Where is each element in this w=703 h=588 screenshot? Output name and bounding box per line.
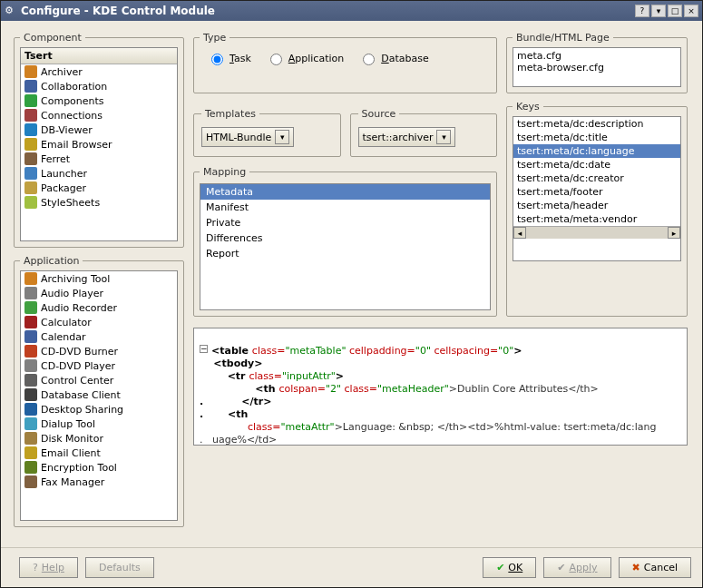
item-icon — [24, 301, 37, 314]
mapping-listbox[interactable]: MetadataManifestPrivateDifferencesReport — [200, 183, 491, 310]
type-legend: Type — [200, 32, 229, 44]
list-item[interactable]: StyleSheets — [21, 195, 177, 210]
list-item[interactable]: Components — [21, 93, 177, 108]
list-item[interactable]: Fax Manager — [21, 475, 177, 489]
type-radio-application[interactable]: Application — [266, 51, 344, 65]
item-icon — [24, 152, 37, 165]
defaults-button[interactable]: Defaults — [85, 557, 154, 578]
item-icon — [24, 287, 37, 299]
close-winbutton[interactable]: × — [684, 5, 698, 17]
list-item[interactable]: Calendar — [21, 329, 177, 344]
list-item[interactable]: Differences — [200, 230, 490, 246]
item-label: Report — [206, 248, 239, 260]
list-item[interactable]: Audio Player — [21, 286, 177, 300]
item-icon — [24, 123, 37, 136]
application-listbox[interactable]: Archiving ToolAudio PlayerAudio Recorder… — [20, 270, 178, 521]
list-item[interactable]: CD-DVD Burner — [21, 344, 177, 358]
item-icon — [24, 461, 37, 474]
component-list-header[interactable]: Tsert — [21, 48, 177, 64]
templates-combo[interactable]: HTML-Bundle ▾ — [201, 127, 294, 147]
list-item[interactable]: Calculator — [21, 315, 177, 329]
list-item[interactable]: Archiving Tool — [21, 271, 177, 286]
list-item[interactable]: Disk Monitor — [21, 431, 177, 446]
list-item[interactable]: meta.cfg — [517, 50, 677, 62]
list-item[interactable]: Collaboration — [21, 79, 177, 93]
list-item[interactable]: CD-DVD Player — [21, 358, 177, 373]
help-winbutton[interactable]: ? — [635, 5, 649, 17]
help-icon: ? — [33, 562, 38, 573]
list-item[interactable]: tsert:meta/dc:description — [513, 117, 680, 131]
list-item[interactable]: tsert:meta/dc:language — [513, 144, 680, 158]
keys-listbox[interactable]: tsert:meta/dc:descriptiontsert:meta/dc:t… — [513, 116, 681, 261]
list-item[interactable]: Archiver — [21, 64, 177, 79]
list-item[interactable]: tsert:meta/meta:vendor — [513, 212, 680, 226]
item-icon — [24, 432, 37, 445]
list-item[interactable]: Control Center — [21, 373, 177, 387]
list-item[interactable]: Database Client — [21, 387, 177, 402]
chevron-down-icon[interactable]: ▾ — [275, 130, 289, 144]
item-label: Launcher — [41, 168, 87, 180]
source-combo-value: tsert::archiver — [363, 132, 434, 143]
radio-input[interactable] — [363, 54, 375, 65]
list-item[interactable]: Dialup Tool — [21, 416, 177, 431]
list-item[interactable]: DB-Viewer — [21, 122, 177, 137]
list-item[interactable]: Audio Recorder — [21, 300, 177, 315]
minimize-winbutton[interactable]: ▾ — [651, 5, 666, 17]
list-item[interactable]: Encryption Tool — [21, 460, 177, 475]
radio-input[interactable] — [270, 54, 282, 65]
item-label: CD-DVD Burner — [41, 346, 118, 358]
item-icon — [24, 138, 37, 151]
item-icon — [24, 109, 37, 122]
item-label: tsert:meta/dc:creator — [517, 172, 624, 184]
list-item[interactable]: Desktop Sharing — [21, 402, 177, 416]
list-item[interactable]: tsert:meta/dc:date — [513, 158, 680, 172]
bundle-group: Bundle/HTML Page meta.cfgmeta-browser.cf… — [506, 32, 688, 93]
type-radio-task[interactable]: Task — [207, 51, 251, 65]
item-label: Database Client — [41, 389, 121, 401]
cancel-button[interactable]: ✖ Cancel — [619, 557, 691, 578]
item-label: Private — [206, 217, 240, 229]
radio-input[interactable] — [211, 54, 223, 65]
list-item[interactable]: Packager — [21, 181, 177, 195]
item-label: Manifest — [206, 201, 249, 213]
list-item[interactable]: Manifest — [200, 200, 490, 215]
source-combo[interactable]: tsert::archiver ▾ — [358, 127, 456, 147]
mapping-group: Mapping MetadataManifestPrivateDifferenc… — [193, 166, 497, 317]
list-item[interactable]: tsert:meta/header — [513, 199, 680, 212]
list-item[interactable]: tsert:meta/dc:title — [513, 131, 680, 144]
ok-button[interactable]: ✔ OK — [483, 557, 536, 578]
item-label: Dialup Tool — [41, 418, 95, 430]
list-item[interactable]: Metadata — [200, 184, 490, 200]
list-item[interactable]: meta-browser.cfg — [517, 62, 677, 74]
help-button[interactable]: ? Help — [19, 557, 78, 578]
list-item[interactable]: Email Browser — [21, 137, 177, 152]
type-radio-database[interactable]: Database — [358, 51, 429, 65]
list-item[interactable]: Ferret — [21, 152, 177, 166]
component-listbox[interactable]: Tsert ArchiverCollaborationComponentsCon… — [20, 47, 178, 241]
scroll-left-icon[interactable]: ◂ — [513, 227, 526, 239]
bundle-listbox[interactable]: meta.cfgmeta-browser.cfg — [513, 47, 681, 87]
app-icon: ⚙ — [5, 5, 17, 17]
scroll-right-icon[interactable]: ▸ — [668, 227, 680, 239]
list-item[interactable]: Connections — [21, 108, 177, 122]
list-item[interactable]: Email Client — [21, 446, 177, 460]
chevron-down-icon[interactable]: ▾ — [436, 130, 451, 144]
component-group: Component Tsert ArchiverCollaborationCom… — [14, 32, 184, 248]
item-label: Audio Player — [41, 288, 103, 299]
list-item[interactable]: tsert:meta/footer — [513, 185, 680, 199]
item-label: Email Client — [41, 447, 101, 459]
fold-toggle-icon[interactable]: − — [200, 345, 208, 353]
item-icon — [24, 272, 37, 285]
list-item[interactable]: Launcher — [21, 166, 177, 181]
apply-button[interactable]: ✔ Apply — [543, 557, 610, 578]
item-icon — [24, 475, 37, 488]
keys-hscroll[interactable]: ◂ ▸ — [513, 226, 680, 239]
code-editor[interactable]: −<table class="metaTable" cellpadding="0… — [193, 328, 688, 446]
item-icon — [24, 403, 37, 416]
list-item[interactable]: Report — [200, 246, 490, 261]
list-item[interactable]: Private — [200, 215, 490, 230]
item-label: Ferret — [41, 153, 70, 165]
list-item[interactable]: tsert:meta/dc:creator — [513, 172, 680, 185]
item-label: Connections — [41, 110, 103, 122]
maximize-winbutton[interactable]: □ — [668, 5, 682, 17]
